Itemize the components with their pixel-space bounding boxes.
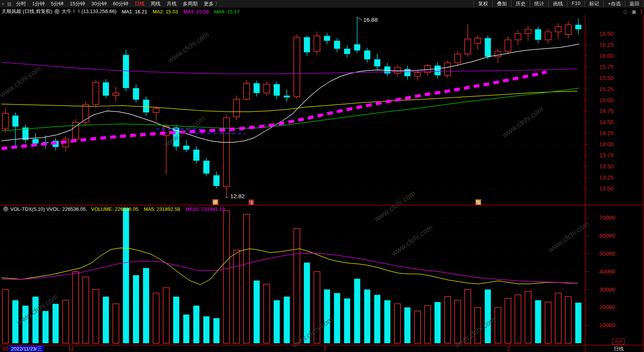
date-axis-row: 20 2022/11/23/三 1212 日线	[0, 345, 644, 352]
period-label: 日线	[614, 345, 624, 352]
svg-text:16.50: 16.50	[599, 30, 614, 37]
svg-text:50000: 50000	[599, 250, 615, 257]
axes: 13.0013.2513.5013.7514.0014.2514.5014.75…	[0, 15, 644, 352]
vol-indicator-name: VOL-TDX(5,10) VVOL: 226536.05	[10, 206, 86, 212]
month-label-1: 1	[323, 345, 326, 352]
gridlines	[0, 34, 585, 325]
volume-pane-header: ˇ VOL-TDX(5,10) VVOL: 226536.05 VOLUME: …	[1, 205, 225, 212]
svg-text:16.00: 16.00	[599, 52, 614, 59]
toolbar-button-标记[interactable]: 标记	[584, 0, 603, 7]
indicator-title: 大牛！！(13,133,256,66)	[62, 8, 117, 15]
toolbar-button-历史[interactable]: 历史	[511, 0, 530, 7]
svg-text:14.25: 14.25	[599, 130, 614, 136]
svg-text:13.00: 13.00	[599, 185, 614, 192]
svg-text:www.cfchi.com: www.cfchi.com	[389, 223, 434, 258]
vol-ma10-magenta	[2, 253, 578, 283]
toolbar-button-叠加[interactable]: 叠加	[492, 0, 511, 7]
low-price-callout: ←12.82	[225, 193, 245, 199]
svg-text:14.00: 14.00	[599, 141, 614, 147]
period-tab-30分钟[interactable]: 30分钟	[88, 0, 110, 7]
annotations: 16.88←12.82撑涨预	[213, 16, 481, 205]
period-tab-周线[interactable]: 周线	[148, 0, 164, 7]
svg-text:14.75: 14.75	[599, 108, 614, 114]
clipped-year-label: 20	[2, 345, 8, 352]
svg-text:13.75: 13.75	[599, 152, 614, 158]
chevron-down-icon[interactable]: ˇ	[54, 9, 60, 14]
candlesticks	[2, 17, 581, 197]
month-label-2: 2	[507, 345, 510, 352]
svg-text:15.75: 15.75	[599, 64, 614, 70]
high-price-callout: 16.88	[363, 16, 378, 23]
period-tab-1分钟[interactable]: 1分钟	[29, 0, 48, 7]
overlay-lines	[2, 44, 579, 285]
svg-text:70000: 70000	[599, 214, 615, 221]
pane-divider-handle[interactable]	[641, 9, 642, 15]
svg-text:13.25: 13.25	[599, 174, 614, 181]
title-row: 天顺风能 (日线.前复权) ˇ 大牛！！(13,133,256,66) MA1:…	[0, 8, 644, 15]
ma-value-label: MA1: 16.21	[122, 9, 148, 15]
svg-text:www.cfchi.com: www.cfchi.com	[0, 65, 42, 99]
signal-marker-涨: 涨	[249, 200, 254, 205]
ma-white	[2, 44, 579, 142]
date-tooltip: 2022/11/23/三	[9, 345, 44, 352]
svg-text:10000: 10000	[599, 322, 615, 328]
svg-text:www.cfchi.com: www.cfchi.com	[546, 220, 590, 254]
period-tab-多周期[interactable]: 多周期	[180, 0, 201, 7]
stock-title: 天顺风能 (日线.前复权)	[0, 8, 52, 15]
svg-text:13.50: 13.50	[599, 163, 614, 169]
svg-text:16.25: 16.25	[599, 41, 614, 48]
stock-chart-app: » ▤ 分时1分钟5分钟15分钟30分钟60分钟日线周线月线多周期更多 〉 复权…	[0, 0, 644, 352]
vol-ma5-value: MA5: 231892.58	[144, 206, 180, 212]
svg-text:15.00: 15.00	[599, 97, 614, 103]
toolbar-button-复权[interactable]: 复权	[474, 0, 492, 7]
main-chart-svg[interactable]: www.cfchi.comwww.cfchi.comwww.cfchi.comw…	[0, 15, 644, 352]
period-tab-日线[interactable]: 日线	[131, 0, 148, 7]
period-tab-15分钟[interactable]: 15分钟	[67, 0, 88, 7]
signal-marker-撑: 撑	[213, 200, 218, 205]
period-menubar: » ▤ 分时1分钟5分钟15分钟30分钟60分钟日线周线月线多周期更多 〉 复权…	[0, 0, 644, 8]
volume-multiplier-badge: X10	[612, 339, 625, 345]
svg-text:www.cfchi.com: www.cfchi.com	[372, 189, 417, 223]
vol-ma10-value: MA10: 231941.19	[185, 206, 225, 212]
signal-marker-预: 预	[476, 200, 481, 205]
toolbar-button-F10[interactable]: F10	[567, 0, 584, 7]
layout-icon[interactable]: ▤	[6, 1, 13, 7]
ma-value-label: MA4: 15.17	[214, 9, 240, 15]
ma-violet	[2, 62, 577, 74]
period-tab-更多 〉[interactable]: 更多 〉	[201, 0, 223, 7]
panel-split-icon[interactable]: ▣	[632, 9, 636, 15]
svg-text:14.50: 14.50	[599, 119, 614, 125]
ma-value-label: MA3: 15.58	[183, 9, 209, 15]
vol-ma5-yellow	[2, 248, 578, 285]
title-right-icons: ◇ ▣	[621, 9, 644, 15]
svg-text:www.cfchi.com: www.cfchi.com	[166, 30, 210, 65]
svg-text:20000: 20000	[599, 304, 615, 310]
svg-text:15.25: 15.25	[599, 86, 614, 92]
ma-value-label: MA2: 15.03	[152, 9, 178, 15]
ma-values: MA1: 16.21MA2: 15.03MA3: 15.58MA4: 15.17	[117, 9, 240, 15]
svg-text:40000: 40000	[599, 268, 615, 275]
toolbar-button-+自选[interactable]: +自选	[603, 0, 625, 7]
collapse-panel-icon[interactable]: »	[0, 1, 6, 7]
period-tab-5分钟[interactable]: 5分钟	[48, 0, 67, 7]
period-tab-月线[interactable]: 月线	[164, 0, 180, 7]
diamond-icon[interactable]: ◇	[623, 9, 627, 15]
toolbar-button-返回[interactable]: 返回	[625, 0, 644, 7]
collapse-indicator-icon[interactable]: ˇ	[3, 206, 8, 212]
period-tab-60分钟[interactable]: 60分钟	[110, 0, 131, 7]
svg-text:30000: 30000	[599, 286, 615, 293]
vol-volume-value: VOLUME: 226536.05	[91, 206, 138, 212]
period-menu-items: 分时1分钟5分钟15分钟30分钟60分钟日线周线月线多周期更多 〉	[13, 0, 223, 7]
toolbar-button-统计[interactable]: 统计	[530, 0, 548, 7]
toolbar-button-画线[interactable]: 画线	[548, 0, 567, 7]
svg-text:60000: 60000	[599, 232, 615, 239]
toolbar-buttons: 复权叠加历史统计画线F10标记+自选返回	[474, 0, 644, 7]
period-tab-分时[interactable]: 分时	[13, 0, 29, 7]
month-label-12: 12	[68, 345, 74, 352]
svg-text:15.50: 15.50	[599, 75, 614, 81]
